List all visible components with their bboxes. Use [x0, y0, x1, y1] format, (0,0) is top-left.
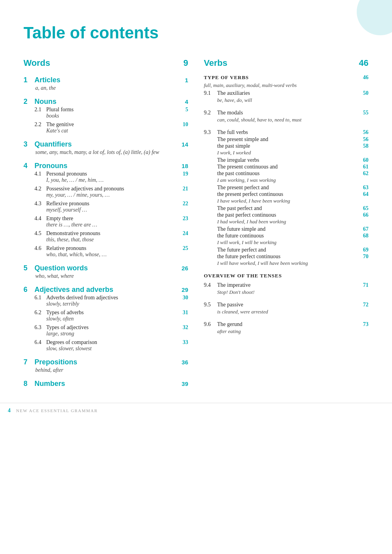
present-simple-page: 56	[363, 136, 368, 143]
sub-2-1: 2.1 Plural forms 5	[34, 107, 188, 113]
item-3-label: Quantifiers	[34, 140, 176, 148]
verbs-heading: Verbs	[204, 58, 227, 68]
sub-6-2: 6.2 Types of adverbs 31	[34, 310, 188, 316]
type-of-verbs-page: 46	[363, 74, 368, 81]
type-of-verbs-header: TYPE OF VERBS 46	[204, 73, 368, 82]
two-column-layout: Words 9 1 Articles 1 a, an, the 2 Nouns …	[24, 58, 368, 394]
present-simple-label: The present simple and	[217, 136, 268, 143]
item-1-num: 1	[24, 76, 34, 84]
item-1-italic: a, an, the	[35, 85, 188, 91]
toc-item-numbers: 8 Numbers 39	[24, 380, 188, 388]
toc-item-articles: 1 Articles 1 a, an, the	[24, 76, 188, 91]
toc-item-pronouns: 4 Pronouns 18 4.1 Personal pronouns 19 I…	[24, 162, 188, 258]
footer: 4 NEW ACE ESSENTIAL GRAMMAR	[0, 403, 392, 418]
sub-4-6: 4.6 Relative pronouns 25	[34, 245, 188, 252]
sub-6-4: 6.4 Degrees of comparison 33	[34, 339, 188, 346]
sub-4-1: 4.1 Personal pronouns 19	[34, 171, 188, 177]
sub-2-1-italic: books	[46, 113, 188, 119]
item-2-page: 4	[176, 98, 188, 105]
overview-9-5: 9.5 The passive 72 is cleaned, were arre…	[204, 302, 368, 315]
full-verbs-subsubs: The present simple and 56 the past simpl…	[217, 136, 368, 266]
sub-2-1-num: 2.1	[34, 107, 46, 113]
page: Table of contents Words 9 1 Articles 1 a…	[0, 0, 392, 418]
item-2-label: Nouns	[34, 98, 176, 106]
sub-9-3: 9.3 The full verbs 56 The present simple…	[204, 129, 368, 266]
words-page: 9	[176, 58, 188, 68]
sub-2-2-label: The genitive	[46, 121, 176, 128]
toc-item-prepositions: 7 Prepositions 36 behind, after	[24, 358, 188, 373]
overview-9-4: 9.4 The imperative 71 Stop! Don't shoot!	[204, 282, 368, 295]
item-4-page: 18	[176, 163, 188, 169]
footer-page-number: 4	[8, 407, 11, 414]
item-4-num: 4	[24, 162, 34, 170]
sub-2-2-page: 10	[176, 121, 188, 128]
item-3-num: 3	[24, 140, 34, 148]
item-2-num: 2	[24, 98, 34, 106]
type-of-verbs-section: TYPE OF VERBS 46 full, main, auxiliary, …	[204, 73, 368, 89]
sub-4-5: 4.5 Demonstrative pronouns 24	[34, 230, 188, 237]
sub-6-1: 6.1 Adverbs derived from adjectives 30	[34, 295, 188, 301]
toc-item-question-words: 5 Question words 26 who, what, where	[24, 264, 188, 279]
sub-2-1-page: 5	[176, 107, 188, 113]
page-title: Table of contents	[24, 24, 368, 42]
overview-heading: OVERVIEW OF THE TENSES	[204, 273, 368, 279]
sub-2-2: 2.2 The genitive 10	[34, 121, 188, 128]
sub-2-2-num: 2.2	[34, 121, 46, 128]
sub-2-1-label: Plural forms	[46, 107, 176, 113]
sub-9-2: 9.2 The modals 55 can, could, should, ha…	[204, 110, 368, 123]
item-4-label: Pronouns	[34, 162, 176, 170]
type-of-verbs-italic: full, main, auxiliary, modal, multi-word…	[204, 82, 368, 89]
verbs-section-header: Verbs 46	[204, 58, 368, 71]
left-column: Words 9 1 Articles 1 a, an, the 2 Nouns …	[24, 58, 200, 394]
item-1-label: Articles	[34, 76, 176, 84]
type-of-verbs-label: TYPE OF VERBS	[204, 74, 249, 81]
sub-9-1: 9.1 The auxiliaries 50 be, have, do, wil…	[204, 90, 368, 103]
words-section-header: Words 9	[24, 58, 188, 75]
footer-book-title: NEW ACE ESSENTIAL GRAMMAR	[16, 408, 98, 413]
toc-item-quantifiers: 3 Quantifiers 14 some, any, much, many, …	[24, 140, 188, 156]
toc-item-adjectives: 6 Adjectives and adverbs 29 6.1 Adverbs …	[24, 286, 188, 352]
verbs-section-page: 46	[359, 58, 368, 68]
sub-6-3: 6.3 Types of adjectives 32	[34, 324, 188, 331]
toc-item-nouns: 2 Nouns 4 2.1 Plural forms 5 books 2.2 T…	[24, 98, 188, 134]
overview-9-6: 9.6 The gerund 73 after eating	[204, 321, 368, 335]
decorative-accent	[345, 0, 392, 47]
item-3-page: 14	[176, 141, 188, 148]
sub-4-3: 4.3 Reflexive pronouns 22	[34, 201, 188, 207]
item-3-italic: some, any, much, many, a lot of, lots of…	[35, 149, 188, 156]
sub-4-2: 4.2 Possessive adjectives and pronouns 2…	[34, 186, 188, 192]
words-heading: Words	[24, 58, 50, 68]
item-1-page: 1	[176, 77, 188, 83]
right-column: Verbs 46 TYPE OF VERBS 46 full, main, au…	[200, 58, 368, 394]
sub-2-2-italic: Kate's cat	[46, 128, 188, 134]
sub-4-4: 4.4 Empty there 23	[34, 215, 188, 222]
